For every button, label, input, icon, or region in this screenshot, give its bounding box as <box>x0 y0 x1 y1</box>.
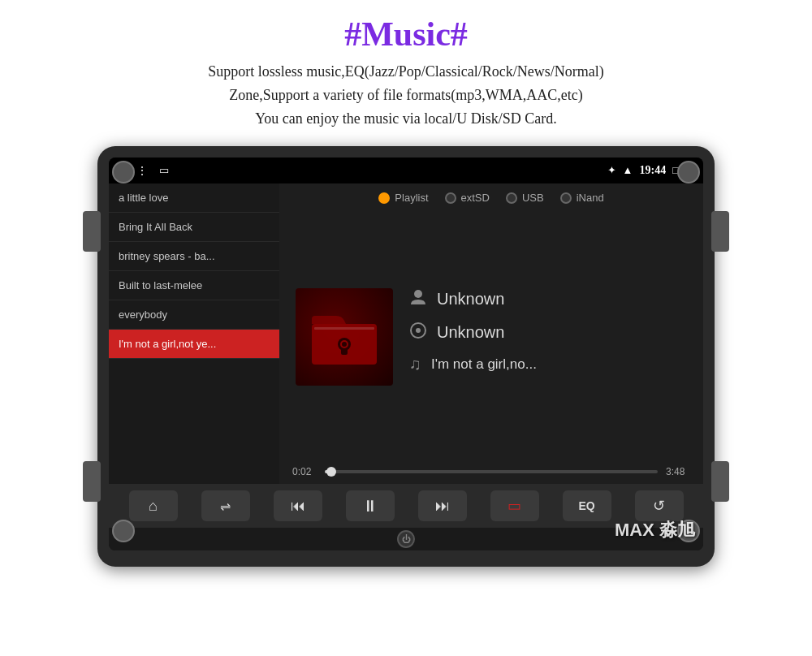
pause-button[interactable]: ⏸ <box>346 490 395 521</box>
source-dot-extsd <box>445 192 456 204</box>
playlist-item-6-active[interactable]: I'm not a girl,not ye... <box>109 330 279 359</box>
playlist-sidebar: a little love Bring It All Back britney … <box>109 183 279 484</box>
source-label-extsd: extSD <box>461 192 490 204</box>
mount-tab-right-top <box>711 211 729 252</box>
source-tab-inand[interactable]: iNand <box>560 192 604 204</box>
main-content: a little love Bring It All Back britney … <box>109 183 703 484</box>
mount-tab-left-bot <box>83 461 101 502</box>
track-value: I'm not a girl,no... <box>431 356 537 373</box>
playlist-item-5[interactable]: everybody <box>109 300 279 330</box>
device-frame: ○ ⋮ ▭ ✦ ▲ 19:44 □ ◁ a little love Bring … <box>97 146 715 567</box>
page-title: #Music# <box>49 15 763 54</box>
wifi-icon: ▲ <box>623 164 633 177</box>
playlist-item-3[interactable]: britney spears - ba... <box>109 242 279 271</box>
eq-button[interactable]: EQ <box>563 490 611 521</box>
status-bar: ○ ⋮ ▭ ✦ ▲ 19:44 □ ◁ <box>109 158 703 183</box>
svg-point-5 <box>414 290 422 298</box>
source-label-inand: iNand <box>577 192 604 204</box>
next-button[interactable]: ⏭ <box>418 490 467 521</box>
eq-label: EQ <box>578 499 594 512</box>
watermark: MAX 淼旭 <box>615 518 695 542</box>
artist-value: Unknown <box>437 290 504 309</box>
track-row: ♫ I'm not a girl,no... <box>409 355 687 373</box>
shuffle-icon: ⇌ <box>220 498 231 514</box>
track-info: Unknown Unknown ♫ <box>409 288 687 385</box>
source-dot-inand <box>560 192 572 204</box>
prev-icon: ⏮ <box>291 498 305 515</box>
album-art <box>296 288 393 386</box>
person-icon <box>409 288 427 310</box>
status-time: 19:44 <box>639 164 666 177</box>
home-button[interactable]: ⌂ <box>129 490 178 521</box>
bluetooth-icon: ✦ <box>607 164 616 177</box>
subtitle-line3: You can enjoy the music via local/U Disk… <box>49 107 763 131</box>
player-area: Playlist extSD USB iNand <box>279 183 703 484</box>
disc-icon <box>409 322 427 343</box>
mount-tab-right-bot <box>711 461 729 502</box>
home-icon: ⌂ <box>149 498 158 515</box>
power-icon: ⏻ <box>402 534 411 544</box>
header-section: #Music# Support lossless music,EQ(Jazz/P… <box>0 0 812 138</box>
battery-button[interactable]: ▭ <box>490 490 539 521</box>
subtitle-line1: Support lossless music,EQ(Jazz/Pop/Class… <box>49 60 763 84</box>
artist-row: Unknown <box>409 288 687 310</box>
music-icon: ♫ <box>409 355 421 373</box>
mount-tab-left-top <box>83 211 101 252</box>
source-dot-usb <box>506 192 517 204</box>
next-icon: ⏭ <box>435 498 450 515</box>
battery-icon: ▭ <box>508 497 521 515</box>
power-button[interactable]: ⏻ <box>397 530 415 548</box>
svg-rect-1 <box>314 327 374 330</box>
screen: ○ ⋮ ▭ ✦ ▲ 19:44 □ ◁ a little love Bring … <box>109 158 703 550</box>
repeat-icon: ↺ <box>653 497 665 515</box>
progress-track[interactable] <box>325 470 658 473</box>
source-dot-playlist <box>378 192 390 204</box>
prev-button[interactable]: ⏮ <box>274 490 322 521</box>
progress-thumb <box>326 467 336 477</box>
playlist-item-2[interactable]: Bring It All Back <box>109 213 279 242</box>
source-label-usb: USB <box>522 192 544 204</box>
progress-area: 0:02 3:48 <box>279 463 703 484</box>
pause-icon: ⏸ <box>362 497 378 516</box>
total-time: 3:48 <box>666 466 690 477</box>
image-icon: ▭ <box>159 164 169 177</box>
album-row: Unknown <box>409 322 687 343</box>
source-tabs: Playlist extSD USB iNand <box>279 183 703 210</box>
album-value: Unknown <box>437 323 504 342</box>
source-tab-playlist[interactable]: Playlist <box>378 192 428 204</box>
source-label-playlist: Playlist <box>395 192 428 204</box>
meta-area: Unknown Unknown ♫ <box>279 210 703 463</box>
svg-point-7 <box>416 328 421 333</box>
shuffle-button[interactable]: ⇌ <box>201 490 250 521</box>
playlist-item-1[interactable]: a little love <box>109 183 279 213</box>
source-tab-usb[interactable]: USB <box>506 192 544 204</box>
folder-icon <box>296 288 393 386</box>
repeat-button[interactable]: ↺ <box>635 490 684 521</box>
subtitle-line2: Zone,Support a variety of file formats(m… <box>49 84 763 107</box>
current-time: 0:02 <box>292 466 317 477</box>
playlist-item-4[interactable]: Built to last-melee <box>109 271 279 300</box>
source-tab-extsd[interactable]: extSD <box>445 192 490 204</box>
menu-icon: ⋮ <box>136 164 149 178</box>
